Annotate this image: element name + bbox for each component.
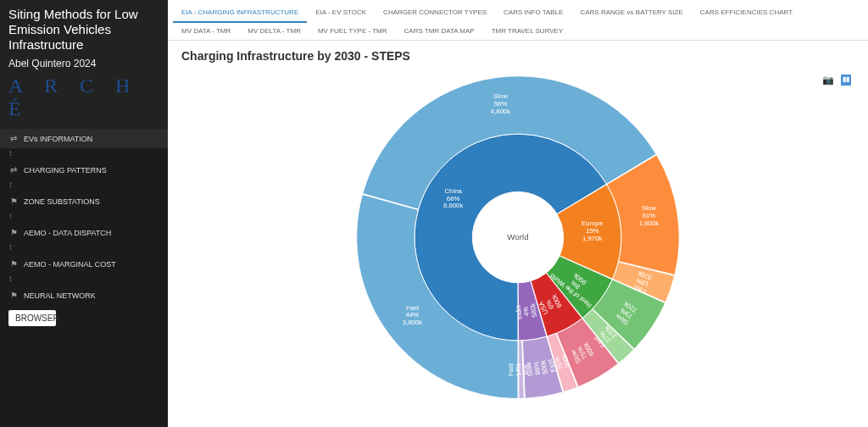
sidebar-item-aemo-marginal[interactable]: ⚑ AEMO - MARGINAL COST bbox=[0, 254, 168, 274]
svg-text:44%: 44% bbox=[406, 311, 420, 319]
svg-text:66%: 66% bbox=[447, 195, 460, 202]
flag-icon: ⚑ bbox=[8, 259, 19, 269]
sidebar-nav: ⇄ EVs INFORMATION ↕ ⇄ CHARGING PATTERNS … bbox=[0, 129, 168, 427]
sidebar-header: Siting Methods for Low Emission Vehicles… bbox=[0, 0, 168, 129]
sidebar-item-charging-patterns[interactable]: ⇄ CHARGING PATTERNS bbox=[0, 160, 168, 180]
sidebar-item-zone-substations[interactable]: ⚑ ZONE SUBSTATIONS bbox=[0, 191, 168, 211]
camera-icon[interactable]: 📷 bbox=[822, 75, 834, 86]
sidebar-item-evs-information[interactable]: ⇄ EVs INFORMATION bbox=[0, 129, 168, 148]
tab-range-vs-battery[interactable]: CARS RANGE vs BATTERY SIZE bbox=[571, 3, 691, 22]
main-panel: EIA - CHARGING INFRASTRUCTURE EIA - EV S… bbox=[168, 0, 868, 427]
svg-text:Europe: Europe bbox=[581, 219, 603, 227]
tab-mv-data[interactable]: MV DATA - TMR bbox=[173, 22, 239, 40]
svg-text:15%: 15% bbox=[586, 227, 599, 235]
flag-icon: ⚑ bbox=[8, 291, 19, 300]
svg-text:China: China bbox=[444, 187, 462, 195]
svg-text:56%: 56% bbox=[494, 100, 508, 108]
svg-text:80k: 80k bbox=[522, 364, 530, 375]
chart-area: Charging Infrastructure by 2030 - STEPS … bbox=[168, 41, 868, 427]
sidebar-item-label: ZONE SUBSTATIONS bbox=[24, 197, 100, 206]
svg-text:81%: 81% bbox=[643, 212, 656, 219]
swap-icon: ⇄ bbox=[8, 134, 19, 143]
app-root: Siting Methods for Low Emission Vehicles… bbox=[0, 0, 868, 427]
sidebar-item-label: CHARGING PATTERNS bbox=[24, 166, 107, 175]
svg-text:1,600k: 1,600k bbox=[639, 219, 659, 227]
sunburst-chart[interactable]: WorldChina66%8,600kEurope15%1,970kRest o… bbox=[181, 68, 854, 415]
nav-divider: ↕ bbox=[0, 242, 168, 254]
svg-text:Slow: Slow bbox=[642, 204, 656, 212]
brand-logo: A R C H É bbox=[8, 73, 159, 125]
tab-eia-ev-stock[interactable]: EIA - EV STOCK bbox=[307, 3, 375, 22]
sidebar-item-label: NEURAL NETWORK bbox=[24, 291, 96, 300]
svg-text:Slow: Slow bbox=[493, 92, 508, 100]
browser-button[interactable]: BROWSER bbox=[8, 310, 56, 326]
nav-divider: ↕ bbox=[0, 148, 168, 160]
sidebar-item-neural-network[interactable]: ⚑ NEURAL NETWORK bbox=[0, 286, 168, 305]
sidebar-item-aemo-dispatch[interactable]: ⚑ AEMO - DATA DISPATCH bbox=[0, 223, 168, 242]
nav-divider: ↕ bbox=[0, 274, 168, 286]
svg-text:3,800k: 3,800k bbox=[403, 319, 423, 326]
tab-mv-delta[interactable]: MV DELTA - TMR bbox=[239, 22, 309, 40]
tab-eia-charging[interactable]: EIA - CHARGING INFRASTRUCTURE bbox=[173, 3, 307, 23]
tab-mv-fuel[interactable]: MV FUEL TYPE - TMR bbox=[309, 22, 396, 40]
tab-tmr-map[interactable]: CARS TMR DATA MAP bbox=[396, 22, 483, 40]
plotly-logo-icon[interactable]: ▮▮ bbox=[841, 75, 851, 86]
tab-connector-types[interactable]: CHARGER CONNECTOR TYPES bbox=[375, 3, 495, 22]
app-title: Siting Methods for Low Emission Vehicles… bbox=[8, 7, 159, 53]
sidebar-item-label: AEMO - DATA DISPATCH bbox=[24, 229, 111, 237]
sidebar-item-label: AEMO - MARGINAL COST bbox=[24, 260, 116, 269]
tab-tmr-survey[interactable]: TMR TRAVEL SURVEY bbox=[483, 22, 572, 40]
sidebar-item-label: EVs INFORMATION bbox=[24, 135, 92, 143]
svg-text:Fast: Fast bbox=[406, 304, 420, 312]
svg-text:1,970k: 1,970k bbox=[582, 235, 603, 242]
flag-icon: ⚑ bbox=[8, 228, 19, 237]
tab-efficiencies[interactable]: CARS EFFICIENCIES CHART bbox=[692, 3, 801, 22]
nav-divider: ↕ bbox=[0, 211, 168, 223]
flag-icon: ⚑ bbox=[8, 197, 19, 206]
tab-bar: EIA - CHARGING INFRASTRUCTURE EIA - EV S… bbox=[168, 0, 868, 41]
svg-text:8,600k: 8,600k bbox=[443, 202, 464, 209]
chart-toolbar: 📷 ▮▮ bbox=[822, 75, 851, 86]
sidebar: Siting Methods for Low Emission Vehicles… bbox=[0, 0, 168, 427]
tab-cars-info[interactable]: CARS INFO TABLE bbox=[495, 3, 571, 22]
chart-title: Charging Infrastructure by 2030 - STEPS bbox=[181, 49, 854, 63]
svg-text:World: World bbox=[507, 232, 528, 241]
svg-text:4,800k: 4,800k bbox=[491, 108, 511, 115]
swap-icon: ⇄ bbox=[8, 165, 19, 175]
app-byline: Abel Quintero 2024 bbox=[8, 58, 159, 69]
nav-divider: ↕ bbox=[0, 180, 168, 191]
